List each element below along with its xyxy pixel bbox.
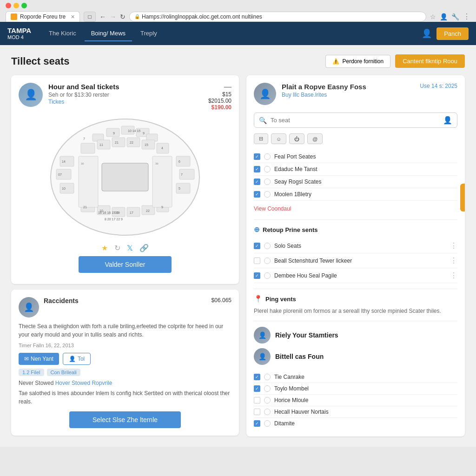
nav-action-btn[interactable]: Panch — [436, 27, 469, 40]
section5-title: Bittell cas Foun — [275, 353, 324, 360]
radio-1[interactable] — [264, 153, 271, 160]
extensions-icon[interactable]: 🔧 — [451, 13, 459, 20]
link-icon[interactable]: 🔗 — [139, 244, 149, 252]
event-avatar: 👤 — [19, 83, 43, 107]
nav-link-1[interactable]: The Kioric — [42, 26, 83, 41]
svg-text:7: 7 — [181, 173, 183, 176]
svg-text:15: 15 — [145, 143, 148, 146]
forward-btn[interactable]: → — [110, 13, 116, 20]
traffic-light-green[interactable] — [21, 3, 27, 8]
dash-icon[interactable]: — — [224, 83, 231, 91]
twitter-icon[interactable]: 𝕏 — [127, 244, 133, 252]
sub-filter-item-3: ✓ Dembee Hou Seal Pagile ⋮ — [254, 268, 457, 283]
view-btn[interactable]: Valder Sonller — [79, 256, 172, 273]
select-btn[interactable]: Select Slse Zhe lternle — [69, 411, 181, 428]
comment-meta: Raccidents — [44, 297, 207, 304]
action-btn-2[interactable]: 👤 Tol — [63, 353, 91, 365]
refresh-btn[interactable]: ↻ — [120, 13, 126, 20]
filter-tab-4[interactable]: @ — [307, 133, 323, 144]
sub-radio-1[interactable] — [264, 243, 271, 249]
sub-radio-3[interactable] — [264, 272, 271, 279]
people-radio-1[interactable] — [264, 374, 271, 380]
section-2-title: ⊕ Retoup Prine sents — [254, 225, 457, 234]
view-all-link[interactable]: View Coondaul — [254, 204, 457, 214]
browser-tab[interactable]: Roporde Foreu tre ✕ — [6, 11, 80, 22]
sub-radio-2[interactable] — [264, 258, 271, 264]
action-btn-1[interactable]: ✉ Nen Yant — [19, 353, 59, 365]
comment-date: Timer Falln 16, 22, 2013 — [19, 343, 231, 348]
search-icon: 🔍 — [259, 117, 267, 124]
comment-link[interactable]: Hover Stowed Ropvrile — [55, 380, 112, 386]
filter-icon[interactable]: 👤 — [443, 116, 452, 125]
more-icon[interactable]: ⋮ — [463, 12, 470, 21]
sub-checkbox-3[interactable]: ✓ — [254, 272, 260, 279]
people-radio-4[interactable] — [264, 409, 271, 415]
address-bar[interactable]: 🔒 Hamps://rolingInoppak.oloc.get.com.ont… — [129, 12, 426, 22]
search-input[interactable] — [271, 117, 439, 124]
bookmark-icon[interactable]: ☆ — [430, 13, 436, 20]
checkbox-1[interactable]: ✓ — [254, 153, 260, 160]
comment-link-row: Never Stowed Hover Stowed Ropvrile — [19, 380, 231, 386]
event-info-sub[interactable]: Buy lllc Base.lrites — [282, 92, 414, 98]
primary-action-btn[interactable]: Cantent flkntip Roou — [395, 54, 465, 68]
event-link[interactable]: Tickes — [48, 99, 64, 105]
nav-link-3[interactable]: Treply — [134, 26, 164, 41]
filter-label-1: Feal Port Seates — [274, 153, 457, 160]
share-icon[interactable]: ↻ — [114, 244, 120, 252]
filter-item-4: ✓ Moolen 1Bletry — [254, 188, 457, 201]
svg-rect-22 — [127, 207, 140, 217]
svg-text:11: 11 — [99, 143, 103, 146]
svg-rect-11 — [142, 140, 155, 149]
filter-tab-1[interactable]: ⊟ — [254, 133, 268, 144]
main-layout: 👤 Hour and Seal tickets Seh or for $13:3… — [11, 75, 465, 436]
people-checkbox-4[interactable] — [254, 409, 260, 415]
filter-tab-3[interactable]: ⏻ — [289, 133, 304, 144]
radio-3[interactable] — [264, 178, 271, 185]
svg-rect-7 — [81, 143, 95, 153]
comment-price: $06.065 — [212, 297, 231, 304]
new-tab-btn[interactable]: □ — [84, 12, 96, 22]
location-icon: 📍 — [254, 295, 263, 303]
traffic-light-red[interactable] — [6, 3, 11, 8]
radio-2[interactable] — [264, 166, 271, 172]
people-label-2: Toylo Mombel — [274, 385, 457, 392]
people-checkbox-2[interactable]: ✓ — [254, 385, 260, 392]
section-5: 👤 Bittell cas Foun — [254, 348, 457, 365]
people-checkbox-5[interactable]: ✓ — [254, 420, 260, 427]
people-label-1: Tie Canrake — [274, 374, 457, 380]
people-radio-2[interactable] — [264, 385, 271, 392]
nav-user-icon[interactable]: 👤 — [422, 28, 432, 39]
event-info-avatar: 👤 — [254, 83, 276, 105]
search-box[interactable]: 🔍 👤 — [254, 112, 457, 128]
sub-checkbox-1[interactable]: ✓ — [254, 243, 260, 249]
checkbox-3[interactable]: ✓ — [254, 178, 260, 185]
filter-item-1: ✓ Feal Port Seates — [254, 151, 457, 163]
address-text: Hamps://rolingInoppak.oloc.get.com.ont n… — [142, 13, 262, 20]
svg-rect-1 — [102, 163, 148, 191]
plus-circle-icon: ⊕ — [254, 225, 260, 234]
comment-body: Thecte Sea a theiighdon with forh a ruil… — [19, 322, 231, 339]
account-icon[interactable]: 👤 — [440, 13, 448, 20]
filter-tab-2[interactable]: ☺ — [271, 133, 286, 144]
sub-checkbox-2[interactable] — [254, 258, 260, 264]
radio-4[interactable] — [264, 191, 271, 198]
people-checkbox-1[interactable]: ✓ — [254, 374, 260, 380]
checkbox-2[interactable]: ✓ — [254, 166, 260, 172]
nav-links: The Kioric Boing/ Mews Treply — [42, 26, 164, 41]
star-icon[interactable]: ★ — [101, 244, 108, 252]
sub-filter-label-2: Beall Sctenshturd Tewer lickeer — [274, 258, 446, 264]
back-btn[interactable]: ← — [99, 13, 106, 20]
people-radio-5[interactable] — [264, 420, 271, 427]
people-checkbox-3[interactable] — [254, 397, 260, 403]
filter-label-3: Seay Rogsl Scates — [274, 178, 457, 185]
checkbox-4[interactable]: ✓ — [254, 191, 260, 198]
tab-close-icon[interactable]: ✕ — [71, 14, 75, 20]
comment-card: 👤 Raccidents $06.065 Thecte Sea a theiig… — [11, 290, 239, 436]
traffic-light-yellow[interactable] — [13, 3, 19, 8]
tab-title: Roporde Foreu tre — [20, 13, 68, 20]
alert-btn[interactable]: ⚠️ Perdore fornition — [325, 55, 390, 68]
people-radio-3[interactable] — [264, 397, 271, 403]
svg-text:9: 9 — [143, 132, 145, 135]
comment-actions: ✉ Nen Yant 👤 Tol — [19, 353, 231, 365]
nav-link-2[interactable]: Boing/ Mews — [85, 26, 132, 41]
